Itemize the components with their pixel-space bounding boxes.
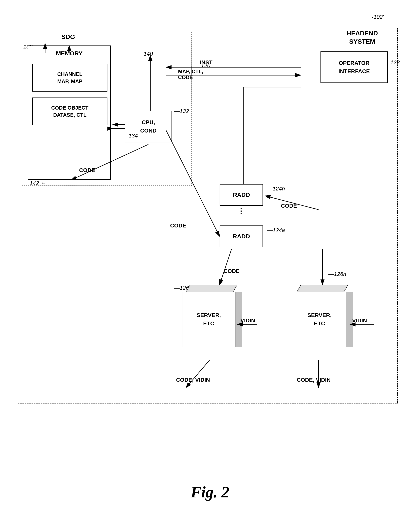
code-object-label: CODE OBJECT DATASE, CTL	[51, 104, 89, 119]
cpu-label: CPU, COND	[140, 118, 157, 135]
ref-142: 142 ←	[30, 180, 46, 186]
ref-126n: —126n	[328, 271, 346, 277]
code-object-box: CODE OBJECT DATASE, CTL	[32, 97, 107, 125]
diagram-container: -102' HEADEND SYSTEM SDG 130— MEMORY CHA…	[12, 12, 407, 487]
memory-box: MEMORY CHANNEL MAP, MAP CODE OBJECT DATA…	[28, 45, 111, 180]
operator-interface-box: OPERATOR INTERFACE	[321, 52, 388, 83]
ref-134: —134	[123, 133, 138, 139]
channel-map-box: CHANNEL MAP, MAP	[32, 64, 107, 92]
ref-102-label: -102'	[372, 14, 384, 20]
channel-map-label: CHANNEL MAP, MAP	[57, 71, 82, 85]
radd-box-a: RADD	[220, 225, 263, 247]
radd-box-n: RADD	[220, 184, 263, 206]
radd-a-label: RADD	[233, 233, 250, 240]
radd-n-label: RADD	[233, 192, 250, 198]
ref-124a: —124a	[267, 227, 285, 233]
ref-120: ——120	[190, 62, 210, 69]
ref-140: —140	[138, 51, 153, 57]
ref-132: —132	[174, 108, 189, 114]
server-a-label: SERVER, ETC	[197, 311, 221, 328]
server-box-a: SERVER, ETC	[182, 285, 245, 356]
figure-caption: Fig. 2	[191, 483, 230, 501]
server-box-n: SERVER, ETC	[293, 285, 356, 356]
server-n-label: SERVER, ETC	[308, 311, 331, 328]
ref-124n: —124n	[267, 185, 285, 192]
operator-interface-label: OPERATOR INTERFACE	[338, 59, 370, 75]
memory-label: MEMORY	[56, 50, 82, 57]
ref-128: —128	[385, 59, 400, 66]
